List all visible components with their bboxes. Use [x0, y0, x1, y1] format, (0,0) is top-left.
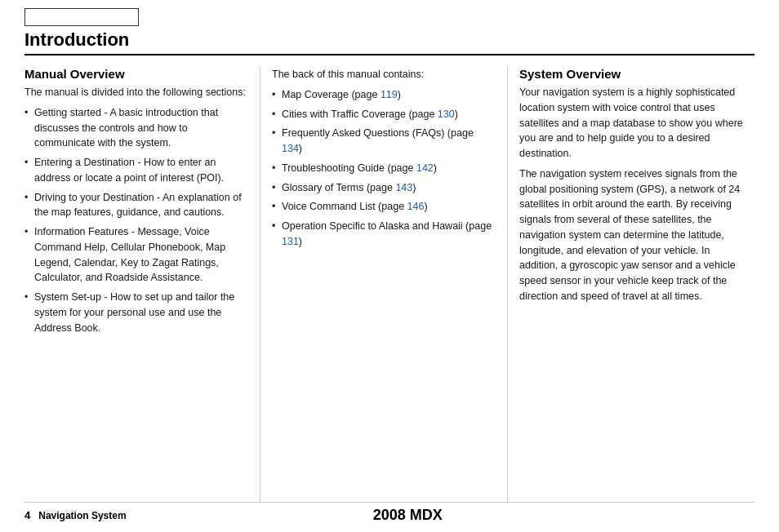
list-item: Operation Specific to Alaska and Hawaii … — [272, 219, 496, 250]
col-manual-overview: Manual Overview The manual is divided in… — [24, 67, 260, 502]
system-overview-para1: Your navigation system is a highly sophi… — [519, 85, 743, 162]
list-item: Driving to your Destination - An explana… — [24, 190, 248, 221]
footer-left: 4 Navigation System — [24, 509, 127, 521]
manual-overview-list: Getting started - A basic introduction t… — [24, 105, 248, 336]
list-item: Information Features - Message, Voice Co… — [24, 224, 248, 286]
list-item: Glossary of Terms (page 143) — [272, 180, 496, 196]
page-title: Introduction — [24, 29, 755, 55]
content-columns: Manual Overview The manual is divided in… — [24, 67, 755, 502]
header-area: Introduction — [24, 8, 755, 62]
page-link-119[interactable]: 119 — [381, 89, 398, 100]
header-box — [24, 8, 139, 26]
manual-overview-title: Manual Overview — [24, 67, 248, 81]
page-link-146[interactable]: 146 — [407, 201, 425, 212]
list-item: Cities with Traffic Coverage (page 130) — [272, 107, 496, 122]
page-link-143[interactable]: 143 — [395, 182, 412, 193]
page-link-130[interactable]: 130 — [438, 109, 455, 120]
system-overview-para2: The navigation system receives signals f… — [519, 166, 743, 304]
list-item: Troubleshooting Guide (page 142) — [272, 161, 496, 176]
footer: 4 Navigation System 2008 MDX — [24, 502, 755, 524]
back-contents-list: Map Coverage (page 119) Cities with Traf… — [272, 87, 496, 250]
list-item: Voice Command List (page 146) — [272, 199, 496, 215]
list-item: Getting started - A basic introduction t… — [24, 105, 248, 151]
list-item: System Set-up - How to set up and tailor… — [24, 290, 248, 335]
page-link-134[interactable]: 134 — [282, 143, 299, 154]
col-back-contents: The back of this manual contains: Map Co… — [260, 67, 507, 502]
manual-overview-intro: The manual is divided into the following… — [24, 85, 248, 100]
page-link-131[interactable]: 131 — [282, 236, 299, 247]
footer-page-number: 4 — [24, 509, 30, 521]
list-item: Map Coverage (page 119) — [272, 87, 496, 103]
system-overview-title: System Overview — [519, 67, 743, 81]
back-contents-intro: The back of this manual contains: — [272, 67, 496, 82]
list-item: Entering a Destination - How to enter an… — [24, 155, 248, 186]
footer-nav-label: Navigation System — [38, 510, 126, 521]
col-system-overview: System Overview Your navigation system i… — [507, 67, 755, 502]
list-item: Frequently Asked Questions (FAQs) (page … — [272, 126, 496, 157]
page-link-142[interactable]: 142 — [416, 162, 434, 174]
footer-center-text: 2008 MDX — [127, 507, 689, 524]
page-container: Introduction Manual Overview The manual … — [0, 0, 779, 532]
